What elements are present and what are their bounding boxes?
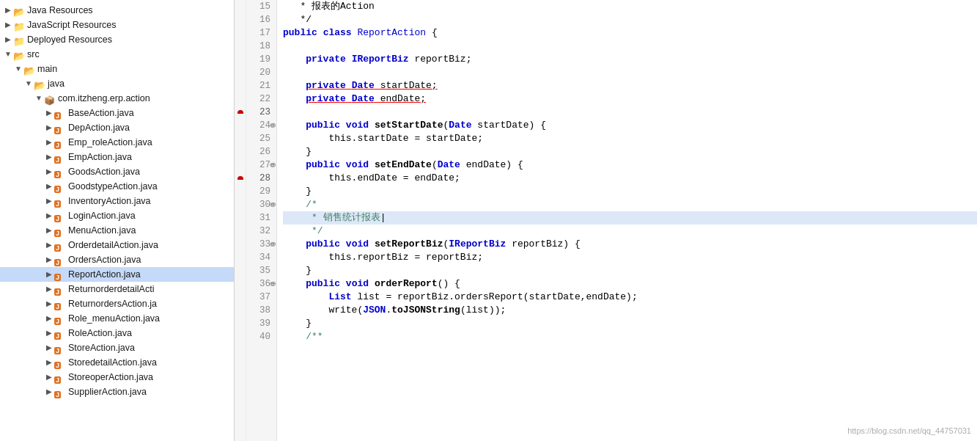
sidebar-item-BaseAction[interactable]: ▶JBaseAction.java [0, 106, 234, 120]
line-marker-34 [235, 251, 246, 264]
code-line-36: ⊕ public void orderReport() { [283, 277, 977, 291]
line-number-19: 19 [252, 53, 270, 66]
java-file-icon: J [54, 343, 66, 354]
sidebar-item-com-pkg[interactable]: ▼📦com.itzheng.erp.action [0, 91, 234, 106]
sidebar-item-ReportAction[interactable]: ▶JReportAction.java [0, 267, 234, 282]
tree-arrow-DepAction[interactable]: ▶ [44, 121, 54, 134]
line-number-39: 39 [252, 317, 270, 330]
sidebar-item-javascript-resources[interactable]: ▶📁JavaScript Resources [0, 18, 234, 32]
tree-arrow-MenuAction[interactable]: ▶ [44, 224, 54, 237]
tree-label-deployed-resources: Deployed Resources [27, 33, 112, 46]
tree-arrow-StoreoperAction[interactable]: ▶ [44, 371, 54, 384]
sidebar-item-OrderdetailAction[interactable]: ▶JOrderdetailAction.java [0, 238, 234, 252]
tree-arrow-GoodsAction[interactable]: ▶ [44, 165, 54, 178]
tree-arrow-Role_menuAction[interactable]: ▶ [44, 312, 54, 325]
tree-arrow-deployed-resources[interactable]: ▶ [3, 33, 13, 46]
code-line-22: private Date endDate; [283, 92, 977, 106]
line-marker-36 [235, 277, 246, 291]
tree-arrow-RoleAction[interactable]: ▶ [44, 327, 54, 340]
tree-arrow-StoreAction[interactable]: ▶ [44, 341, 54, 354]
tree-arrow-ReturnorderdetailActi[interactable]: ▶ [44, 283, 54, 296]
tree-arrow-SupplierAction[interactable]: ▶ [44, 385, 54, 398]
sidebar-item-java[interactable]: ▼📂java [0, 76, 234, 91]
fold-arrow-27[interactable]: ⊕ [270, 159, 274, 172]
sidebar-item-GoodsAction[interactable]: ▶JGoodsAction.java [0, 164, 234, 179]
sidebar-item-Emp_roleAction[interactable]: ▶JEmp_roleAction.java [0, 135, 234, 150]
tree-label-ReturnorderdetailActi: ReturnorderdetailActi [68, 283, 154, 296]
tree-label-StoreoperAction: StoreoperAction.java [68, 371, 153, 384]
sidebar-item-StoreoperAction[interactable]: ▶JStoreoperAction.java [0, 370, 234, 384]
tree-arrow-StoredetailAction[interactable]: ▶ [44, 356, 54, 369]
sidebar-item-StoreAction[interactable]: ▶JStoreAction.java [0, 340, 234, 355]
tree-arrow-Emp_roleAction[interactable]: ▶ [44, 136, 54, 149]
line-marker-32 [235, 225, 246, 238]
line-number-37: 37 [252, 291, 270, 304]
folder-open-icon: 📂 [13, 50, 25, 60]
sidebar-item-DepAction[interactable]: ▶JDepAction.java [0, 120, 234, 135]
sidebar-item-ReturnordersAction[interactable]: ▶JReturnordersAction.ja [0, 296, 234, 311]
tree-arrow-EmpAction[interactable]: ▶ [44, 150, 54, 164]
tree-arrow-InventoryAction[interactable]: ▶ [44, 194, 54, 208]
tree-arrow-java[interactable]: ▼ [23, 77, 34, 90]
tree-arrow-java-resources[interactable]: ▶ [3, 4, 13, 17]
java-file-icon: J [54, 123, 66, 134]
sidebar-item-Role_menuAction[interactable]: ▶JRole_menuAction.java [0, 311, 234, 326]
sidebar-item-deployed-resources[interactable]: ▶📁Deployed Resources [0, 32, 234, 47]
fold-arrow-30[interactable]: ⊕ [270, 199, 274, 212]
sidebar-item-StoredetailAction[interactable]: ▶JStoredetailAction.java [0, 355, 234, 370]
sidebar-item-OrdersAction[interactable]: ▶JOrdersAction.java [0, 252, 234, 267]
line-marker-38 [235, 304, 246, 317]
line-marker-16 [235, 13, 246, 26]
tree-arrow-OrdersAction[interactable]: ▶ [44, 253, 54, 266]
sidebar-item-GoodstypeAction[interactable]: ▶JGoodstypeAction.java [0, 179, 234, 194]
tree-arrow-GoodstypeAction[interactable]: ▶ [44, 180, 54, 193]
tree-label-java-resources: Java Resources [27, 4, 93, 17]
line-numbers: 1516171819202122232425262728293031323334… [246, 0, 277, 441]
line-marker-29 [235, 185, 246, 198]
java-file-icon: J [54, 241, 66, 251]
sidebar-item-SupplierAction[interactable]: ▶JSupplierAction.java [0, 384, 234, 399]
line-marker-19 [235, 53, 246, 66]
tree-label-src: src [27, 48, 40, 61]
tree-arrow-com-pkg[interactable]: ▼ [34, 92, 44, 105]
sidebar-item-ReturnorderdetailActi[interactable]: ▶JReturnorderdetailActi [0, 282, 234, 296]
sidebar-item-RoleAction[interactable]: ▶JRoleAction.java [0, 326, 234, 340]
sidebar-item-src[interactable]: ▼📂src [0, 47, 234, 62]
line-marker-39 [235, 317, 246, 330]
line-marker-37 [235, 291, 246, 304]
tree-label-InventoryAction: InventoryAction.java [68, 194, 151, 208]
sidebar-item-EmpAction[interactable]: ▶JEmpAction.java [0, 150, 234, 164]
fold-arrow-36[interactable]: ⊕ [270, 278, 274, 291]
tree-label-SupplierAction: SupplierAction.java [68, 385, 147, 398]
tree-arrow-BaseAction[interactable]: ▶ [44, 106, 54, 120]
tree-arrow-main[interactable]: ▼ [13, 62, 23, 76]
line-number-21: 21 [252, 79, 270, 92]
tree-arrow-src[interactable]: ▼ [3, 48, 13, 61]
sidebar-item-MenuAction[interactable]: ▶JMenuAction.java [0, 223, 234, 238]
code-line-18 [283, 40, 977, 53]
folder-open-icon: 📂 [23, 65, 35, 75]
java-file-icon: J [54, 153, 66, 163]
tree-arrow-ReportAction[interactable]: ▶ [44, 268, 54, 281]
sidebar-item-LoginAction[interactable]: ▶JLoginAction.java [0, 208, 234, 223]
svg-point-1 [237, 176, 243, 180]
code-line-37: List list = reportBiz.ordersReport(start… [283, 291, 977, 304]
tree-arrow-LoginAction[interactable]: ▶ [44, 209, 54, 222]
line-number-20: 20 [252, 66, 270, 79]
java-file-icon: J [54, 255, 66, 266]
code-line-29: } [283, 185, 977, 198]
tree-arrow-javascript-resources[interactable]: ▶ [3, 18, 13, 32]
code-line-40: /** [283, 330, 977, 343]
tree-arrow-ReturnordersAction[interactable]: ▶ [44, 297, 54, 310]
sidebar-item-java-resources[interactable]: ▶📂Java Resources [0, 3, 234, 18]
java-file-icon: J [54, 373, 66, 383]
sidebar-item-InventoryAction[interactable]: ▶JInventoryAction.java [0, 194, 234, 208]
tree-arrow-OrderdetailAction[interactable]: ▶ [44, 238, 54, 252]
line-marker-27 [235, 158, 246, 172]
sidebar-item-main[interactable]: ▼📂main [0, 62, 234, 76]
fold-arrow-24[interactable]: ⊕ [270, 120, 274, 133]
fold-arrow-33[interactable]: ⊕ [270, 238, 274, 252]
code-content: * 报表的Action */public class ReportAction … [277, 0, 980, 441]
java-file-icon: J [54, 138, 66, 148]
tree-label-ReturnordersAction: ReturnordersAction.ja [68, 297, 157, 310]
